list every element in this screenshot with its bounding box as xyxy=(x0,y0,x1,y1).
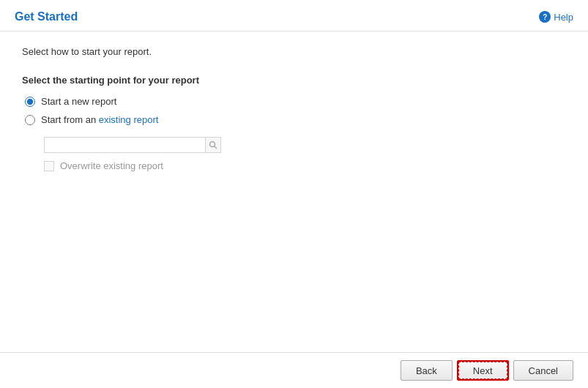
browse-icon xyxy=(209,141,217,149)
header: Get Started ? Help xyxy=(0,0,588,31)
radio-existing-report-label: Start from an existing report xyxy=(41,114,158,125)
overwrite-label: Overwrite existing report xyxy=(60,160,163,171)
subtitle-text: Select how to start your report. xyxy=(22,46,566,57)
svg-point-0 xyxy=(210,142,215,147)
footer: Back Next Cancel xyxy=(0,352,588,388)
radio-new-report[interactable] xyxy=(25,97,35,107)
back-button[interactable]: Back xyxy=(401,360,453,381)
overwrite-row: Overwrite existing report xyxy=(44,160,566,171)
report-input-row xyxy=(44,137,566,153)
existing-report-link: existing report xyxy=(99,114,159,125)
radio-group: Start a new report Start from an existin… xyxy=(25,96,566,171)
radio-new-report-label: Start a new report xyxy=(41,96,116,107)
report-browse-button[interactable] xyxy=(205,137,221,153)
svg-line-1 xyxy=(215,146,217,149)
overwrite-checkbox[interactable] xyxy=(44,161,54,171)
section-label: Select the starting point for your repor… xyxy=(22,75,566,86)
report-path-input[interactable] xyxy=(44,137,205,153)
page-container: Get Started ? Help Select how to start y… xyxy=(0,0,588,388)
help-icon: ? xyxy=(539,11,551,23)
next-button[interactable]: Next xyxy=(457,360,509,381)
main-content: Select how to start your report. Select … xyxy=(0,31,588,352)
existing-report-section: Overwrite existing report xyxy=(44,137,566,171)
page-title: Get Started xyxy=(15,10,78,23)
radio-existing-report[interactable] xyxy=(25,115,35,125)
help-label: Help xyxy=(554,12,573,23)
radio-item-new[interactable]: Start a new report xyxy=(25,96,566,107)
help-link[interactable]: ? Help xyxy=(539,11,573,23)
cancel-button[interactable]: Cancel xyxy=(513,360,573,381)
radio-item-existing[interactable]: Start from an existing report xyxy=(25,114,566,125)
